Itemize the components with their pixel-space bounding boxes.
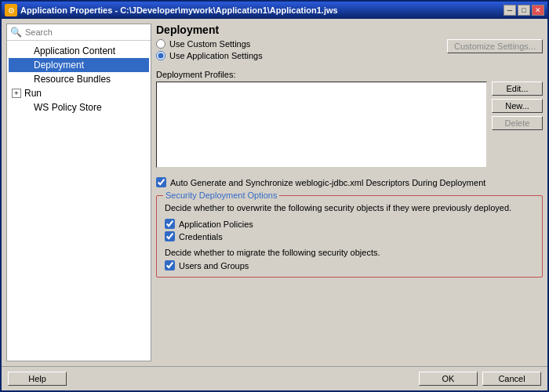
edit-button[interactable]: Edit...: [492, 82, 543, 96]
profiles-area: Edit... New... Delete: [156, 82, 543, 168]
radio-custom-settings[interactable]: Use Custom Settings: [156, 39, 263, 49]
search-icon: 🔍: [10, 27, 22, 38]
customize-settings-button[interactable]: Customize Settings...: [447, 39, 543, 53]
sidebar-item-run[interactable]: + Run: [9, 86, 149, 100]
radio-app-input[interactable]: [156, 51, 165, 60]
auto-gen-label: Auto Generate and Synchronize weblogic-j…: [170, 178, 485, 187]
auto-gen-checkbox[interactable]: [156, 177, 166, 187]
profiles-buttons: Edit... New... Delete: [492, 82, 543, 130]
sidebar-item-resource-bundles[interactable]: Resource Bundles: [9, 72, 149, 86]
users-groups-row[interactable]: Users and Groups: [165, 260, 534, 270]
security-desc2: Decide whether to migrate the following …: [165, 248, 534, 257]
app-policies-row[interactable]: Application Policies: [165, 219, 534, 229]
application-window: ⚙ Application Properties - C:\JDeveloper…: [0, 0, 549, 392]
sidebar-item-ws-policy-store[interactable]: WS Policy Store: [9, 100, 149, 114]
new-button[interactable]: New...: [492, 99, 543, 113]
sidebar: 🔍 Application Content Deployment Resourc…: [6, 24, 151, 361]
panel-title: Deployment: [156, 24, 543, 36]
auto-gen-row: Auto Generate and Synchronize weblogic-j…: [156, 177, 543, 187]
minimize-button[interactable]: ─: [504, 5, 516, 16]
bottom-right: OK Cancel: [419, 372, 541, 386]
ok-button[interactable]: OK: [419, 372, 478, 386]
search-box: 🔍: [7, 24, 151, 41]
security-section: Security Deployment Options Decide wheth…: [156, 195, 543, 278]
close-button[interactable]: ✕: [532, 5, 544, 16]
users-groups-checkbox[interactable]: [165, 260, 175, 270]
top-section: Deployment Use Custom Settings Use Appli…: [156, 24, 543, 65]
sidebar-item-deployment[interactable]: Deployment: [9, 58, 149, 72]
profiles-list: [156, 82, 487, 168]
tree-area: Application Content Deployment Resource …: [7, 41, 151, 361]
sidebar-item-application-content[interactable]: Application Content: [9, 44, 149, 58]
title-buttons: ─ □ ✕: [504, 5, 544, 16]
main-panel: Deployment Use Custom Settings Use Appli…: [156, 24, 543, 361]
security-title: Security Deployment Options: [163, 191, 279, 200]
security-checkboxes: Application Policies Credentials: [165, 219, 534, 241]
credentials-checkbox[interactable]: [165, 231, 175, 241]
bottom-bar: Help OK Cancel: [2, 366, 547, 390]
maximize-button[interactable]: □: [518, 5, 530, 16]
title-bar: ⚙ Application Properties - C:\JDeveloper…: [2, 2, 547, 19]
app-policies-checkbox[interactable]: [165, 219, 175, 229]
radio-custom-input[interactable]: [156, 39, 165, 49]
help-button[interactable]: Help: [8, 372, 67, 386]
search-input[interactable]: [25, 27, 147, 37]
window-title: Application Properties - C:\JDeveloper\m…: [20, 5, 338, 15]
delete-button[interactable]: Delete: [492, 116, 543, 130]
credentials-row[interactable]: Credentials: [165, 231, 534, 241]
security-desc1: Decide whether to overwrite the followin…: [165, 202, 534, 214]
radio-group: Use Custom Settings Use Application Sett…: [156, 39, 263, 60]
cancel-button[interactable]: Cancel: [482, 372, 541, 386]
radio-app-settings[interactable]: Use Application Settings: [156, 51, 263, 60]
title-bar-left: ⚙ Application Properties - C:\JDeveloper…: [5, 4, 338, 16]
expander-run[interactable]: +: [12, 89, 21, 98]
content-area: 🔍 Application Content Deployment Resourc…: [2, 19, 547, 366]
app-icon: ⚙: [5, 4, 17, 16]
profiles-label: Deployment Profiles:: [156, 70, 543, 79]
profiles-section: Deployment Profiles: Edit... New... Dele…: [156, 70, 543, 168]
